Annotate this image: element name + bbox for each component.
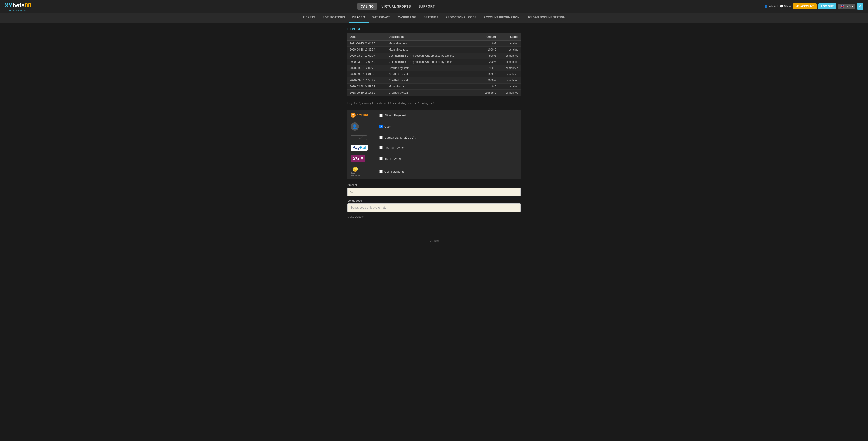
cell-date: 2020-04-18 13:32:54 xyxy=(347,47,386,53)
amount-label: Amount xyxy=(347,183,521,187)
cell-amount: 0 € xyxy=(477,40,498,47)
nav-support[interactable]: SUPPORT xyxy=(415,3,438,9)
language-selector[interactable]: 🇬🇧 ENG ▾ xyxy=(838,4,855,9)
cell-status: completed xyxy=(498,71,521,77)
skrill-checkbox[interactable] xyxy=(379,157,382,160)
username: admin1 xyxy=(769,5,778,8)
subnav-notifications[interactable]: NOTIFICATIONS xyxy=(319,13,349,23)
table-row: 2021-06-15 20:04:26Manual request0 €pend… xyxy=(347,40,521,47)
cell-description: Credited by staff xyxy=(386,71,477,77)
table-row: 2020-03-07 12:02:22Credited by staff100 … xyxy=(347,65,521,71)
coinpayments-logo-text: CoinPayments xyxy=(351,172,360,176)
settings-icon-button[interactable]: ⚙ xyxy=(857,3,863,9)
cell-date: 2020-03-07 12:02:22 xyxy=(347,65,386,71)
balance-value: 684 € xyxy=(784,5,791,8)
user-icon: 👤 xyxy=(764,5,768,8)
subnav-tickets[interactable]: TICKETS xyxy=(299,13,319,23)
bitcoin-label: Bitcoin Payment xyxy=(384,113,406,117)
subnav-withdraws[interactable]: WITHDRAWS xyxy=(369,13,394,23)
table-row: 2020-03-07 12:03:07User admin1 (ID: 44) … xyxy=(347,53,521,59)
cell-description: Credited by staff xyxy=(386,77,477,83)
lang-label: ENG xyxy=(845,5,851,8)
table-row: 2020-04-18 13:32:54Manual request1000 €p… xyxy=(347,47,521,53)
cash-checkbox[interactable] xyxy=(379,125,382,128)
cell-description: Manual request xyxy=(386,40,477,47)
right-nav: 👤 admin1 💬 684 € MY ACCOUNT LOG OUT 🇬🇧 E… xyxy=(764,3,863,9)
deposit-table: Date Description Amount Status 2021-06-1… xyxy=(347,33,521,96)
footer-contact: Contact xyxy=(429,239,439,243)
cell-date: 2020-03-07 12:01:55 xyxy=(347,71,386,77)
subnav-account-information[interactable]: ACCOUNT INFORMATION xyxy=(480,13,523,23)
subnav-casino-log[interactable]: CASINO LOG xyxy=(394,13,420,23)
payment-methods-section: ₿ bitcoin Bitcoin Payment 👤 Cash درگاه پ… xyxy=(347,110,521,179)
cell-date: 2020-03-07 12:02:40 xyxy=(347,59,386,65)
cell-amount: 0 € xyxy=(477,83,498,90)
cell-status: pending xyxy=(498,40,521,47)
cell-amount: 199999 € xyxy=(477,90,498,96)
cell-description: User admin1 (ID: 44) account was credite… xyxy=(386,53,477,59)
amount-input[interactable] xyxy=(347,188,521,196)
paypal-logo: PayPal xyxy=(351,144,376,151)
payment-row-coinpayments: 🪙 CoinPayments Coin Payments xyxy=(347,164,521,179)
coinpayments-label: Coin Payments xyxy=(384,170,404,173)
subnav-settings[interactable]: SETTINGS xyxy=(420,13,442,23)
main-content: DEPOSIT Date Description Amount Status 2… xyxy=(343,23,525,223)
col-status: Status xyxy=(498,33,521,40)
coinpayments-logo: 🪙 CoinPayments xyxy=(351,166,376,176)
cell-date: 2020-03-07 12:03:07 xyxy=(347,53,386,59)
top-navigation: XYbets88 crypto casino CASINO VIRTUAL SP… xyxy=(0,0,868,13)
nav-casino[interactable]: CASINO xyxy=(358,3,377,9)
cell-status: pending xyxy=(498,47,521,53)
cell-date: 2020-03-07 11:58:22 xyxy=(347,77,386,83)
coin-icon: 🪙 xyxy=(352,166,358,172)
coinpayments-checkbox[interactable] xyxy=(379,170,382,173)
cell-status: completed xyxy=(498,59,521,65)
cell-description: Credited by staff xyxy=(386,90,477,96)
dargah-logo: درگاه پرداخت xyxy=(351,135,376,140)
payment-row-paypal: PayPal PayPal Payment xyxy=(347,142,521,153)
subnav-deposit[interactable]: DEPOSIT xyxy=(349,13,369,23)
subnav-upload-documentation[interactable]: UPLOAD DOCUMENTATION xyxy=(523,13,569,23)
pagination-info: Page 1 of 1, showing 9 records out of 9 … xyxy=(347,100,521,106)
table-row: 2019-03-28 04:58:57Manual request0 €pend… xyxy=(347,83,521,90)
nav-virtual-sports[interactable]: VIRTUAL SPORTS xyxy=(378,3,414,9)
bonus-label: Bonus code xyxy=(347,199,521,202)
subnav-promotional-code[interactable]: PROMOTIONAL CODE xyxy=(442,13,480,23)
cell-date: 2018-09-19 18:17:39 xyxy=(347,90,386,96)
logo-area: XYbets88 crypto casino xyxy=(5,2,31,11)
deposit-section-title: DEPOSIT xyxy=(347,27,521,31)
table-row: 2020-03-07 12:02:40User admin1 (ID: 44) … xyxy=(347,59,521,65)
col-description: Description xyxy=(386,33,477,40)
logout-button[interactable]: LOG OUT xyxy=(818,3,836,9)
amount-group: Amount xyxy=(347,183,521,196)
table-row: 2020-03-07 12:01:55Credited by staff1000… xyxy=(347,71,521,77)
dargah-checkbox[interactable] xyxy=(379,136,382,139)
logo-sub: crypto casino xyxy=(9,9,27,11)
footer: Contact xyxy=(0,232,868,249)
main-nav: CASINO VIRTUAL SPORTS SUPPORT xyxy=(358,3,438,9)
sub-navigation: TICKETS NOTIFICATIONS DEPOSIT WITHDRAWS … xyxy=(0,13,868,23)
cell-amount: 800 € xyxy=(477,53,498,59)
bonus-input[interactable] xyxy=(347,203,521,212)
paypal-checkbox[interactable] xyxy=(379,146,382,149)
flag-icon: 🇬🇧 xyxy=(840,5,844,8)
bonus-group: Bonus code xyxy=(347,199,521,212)
table-row: 2020-03-07 11:58:22Credited by staff2000… xyxy=(347,77,521,83)
cell-amount: 1000 € xyxy=(477,47,498,53)
cell-status: pending xyxy=(498,83,521,90)
user-info: 👤 admin1 xyxy=(764,5,778,8)
cell-amount: 200 € xyxy=(477,59,498,65)
bitcoin-checkbox[interactable] xyxy=(379,113,382,117)
col-amount: Amount xyxy=(477,33,498,40)
cell-status: completed xyxy=(498,53,521,59)
skrill-label: Skrill Payment xyxy=(384,157,403,160)
make-deposit-button[interactable]: Make Deposit xyxy=(347,215,364,218)
col-date: Date xyxy=(347,33,386,40)
cell-amount: 2000 € xyxy=(477,77,498,83)
payment-row-dargah: درگاه پرداخت Dargah Bank درگاه بانکی xyxy=(347,133,521,142)
table-row: 2018-09-19 18:17:39Credited by staff1999… xyxy=(347,90,521,96)
dargah-label: Dargah Bank درگاه بانکی xyxy=(384,136,417,139)
my-account-button[interactable]: MY ACCOUNT xyxy=(793,3,817,9)
cell-description: Credited by staff xyxy=(386,65,477,71)
logo: XYbets88 crypto casino xyxy=(5,2,31,11)
